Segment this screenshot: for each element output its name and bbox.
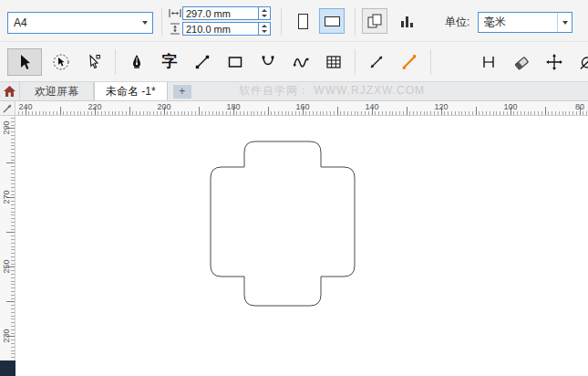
page-width-input[interactable]: 297.0 mm bbox=[182, 6, 259, 20]
units-value: 毫米 bbox=[484, 15, 506, 30]
ruler-label: 290 bbox=[2, 116, 11, 141]
page-width-spinner[interactable] bbox=[259, 6, 271, 20]
rectangle-tool[interactable] bbox=[222, 48, 249, 76]
separator bbox=[281, 8, 282, 36]
drawing-canvas[interactable] bbox=[15, 116, 588, 376]
three-point-ellipse-tool[interactable] bbox=[573, 48, 588, 76]
ruler-label: 220 bbox=[88, 102, 101, 111]
page-height-input[interactable]: 210.0 mm bbox=[182, 22, 259, 36]
portrait-orientation-button[interactable] bbox=[290, 8, 315, 34]
separator bbox=[430, 49, 431, 75]
pick-arrow-icon bbox=[15, 53, 34, 71]
transform-tool[interactable] bbox=[541, 48, 568, 76]
ruler-label: 270 bbox=[2, 183, 11, 211]
table-icon bbox=[325, 53, 343, 71]
separator bbox=[161, 8, 162, 36]
spinner-down-icon[interactable] bbox=[259, 14, 270, 20]
eraser-tool[interactable] bbox=[508, 48, 535, 76]
all-pages-button[interactable] bbox=[362, 8, 387, 34]
page-dimensions-group: 297.0 mm 210.0 mm bbox=[168, 6, 271, 37]
pick-tool[interactable] bbox=[7, 48, 42, 76]
tab-welcome-screen[interactable]: 欢迎屏幕 bbox=[20, 82, 94, 100]
dimension-tool[interactable] bbox=[363, 48, 390, 76]
bspline-tool[interactable] bbox=[287, 48, 315, 76]
move-crosshair-icon bbox=[545, 53, 563, 71]
portrait-icon bbox=[298, 14, 308, 29]
home-button[interactable] bbox=[0, 82, 20, 100]
spinner-down-icon[interactable] bbox=[259, 29, 270, 36]
ellipse-diagonal-icon bbox=[578, 53, 588, 71]
measure-tool[interactable] bbox=[475, 48, 502, 76]
page-height-value: 210.0 mm bbox=[186, 24, 231, 35]
separator bbox=[355, 49, 356, 75]
page-size-combo[interactable]: A4 bbox=[7, 12, 153, 34]
curve-icon bbox=[259, 53, 277, 71]
page-height-row: 210.0 mm bbox=[168, 22, 271, 36]
home-icon bbox=[3, 85, 16, 98]
connector-tool[interactable] bbox=[396, 48, 423, 76]
squiggle-icon bbox=[292, 53, 310, 71]
eraser-icon bbox=[512, 53, 531, 71]
freehand-pick-icon bbox=[52, 53, 70, 71]
pen-tool[interactable] bbox=[123, 48, 150, 76]
separator bbox=[115, 49, 116, 75]
cross-shape-object[interactable] bbox=[211, 141, 355, 306]
page-height-spinner[interactable] bbox=[259, 22, 271, 36]
document-tab-bar: 欢迎屏幕 未命名 -1* + 软件自学网： WWW.RJZXW.COM bbox=[0, 82, 588, 101]
chevron-down-icon[interactable] bbox=[138, 13, 152, 33]
coreldraw-window: A4 297.0 mm bbox=[0, 0, 588, 376]
measure-icon bbox=[480, 53, 498, 71]
pen-nib-icon bbox=[128, 53, 146, 71]
connector-line-icon bbox=[400, 53, 418, 71]
ruler-label: 240 bbox=[18, 102, 32, 111]
text-tool[interactable]: 字 bbox=[156, 48, 183, 76]
watermark-text: 软件自学网： WWW.RJZXW.COM bbox=[239, 82, 425, 99]
page-height-icon bbox=[168, 23, 182, 35]
new-document-tab-button[interactable]: + bbox=[173, 85, 191, 99]
horizontal-ruler[interactable]: 240 220 200 180 160 140 120 100 80 bbox=[15, 101, 588, 116]
shape-tool-icon bbox=[85, 53, 103, 71]
page-size-value: A4 bbox=[14, 16, 27, 29]
page-width-icon bbox=[168, 8, 182, 18]
bottom-left-panel-fragment bbox=[0, 360, 15, 376]
freehand-pick-tool[interactable] bbox=[47, 48, 75, 76]
landscape-orientation-button[interactable] bbox=[319, 8, 345, 34]
ruler-label: 160 bbox=[295, 102, 309, 111]
vertical-ruler[interactable]: 290 270 250 230 bbox=[0, 116, 15, 376]
line-icon bbox=[193, 53, 211, 71]
current-page-button[interactable] bbox=[394, 8, 419, 34]
toolbox: 字 bbox=[0, 42, 588, 82]
separator bbox=[355, 8, 356, 36]
units-label: 单位: bbox=[445, 15, 469, 30]
page-width-value: 297.0 mm bbox=[186, 8, 231, 19]
page-width-row: 297.0 mm bbox=[168, 6, 271, 20]
all-pages-icon bbox=[366, 12, 384, 30]
tab-document[interactable]: 未命名 -1* bbox=[94, 82, 168, 100]
three-point-curve-tool[interactable] bbox=[254, 48, 282, 76]
shape-tool[interactable] bbox=[80, 48, 108, 76]
units-combo[interactable]: 毫米 bbox=[478, 12, 573, 33]
dimension-icon bbox=[367, 53, 386, 71]
table-tool[interactable] bbox=[320, 48, 347, 76]
tab-label: 未命名 -1* bbox=[106, 84, 156, 99]
landscape-icon bbox=[325, 16, 340, 26]
tab-label: 欢迎屏幕 bbox=[35, 84, 78, 99]
text-tool-icon: 字 bbox=[162, 54, 178, 69]
ruler-label: 250 bbox=[2, 253, 11, 280]
property-bar: A4 297.0 mm bbox=[0, 0, 588, 42]
ruler-origin-icon bbox=[3, 104, 12, 113]
ruler-label: 180 bbox=[226, 102, 240, 111]
two-point-line-tool[interactable] bbox=[189, 48, 216, 76]
ruler-label: 100 bbox=[503, 102, 517, 111]
ruler-label: 230 bbox=[2, 322, 11, 350]
chevron-down-icon[interactable] bbox=[557, 13, 572, 32]
ruler-label: 120 bbox=[434, 102, 448, 111]
ruler-label: 80 bbox=[575, 102, 584, 111]
ruler-label: 200 bbox=[157, 102, 170, 111]
rectangle-icon bbox=[226, 53, 244, 71]
ruler-label: 140 bbox=[365, 102, 378, 111]
current-page-icon bbox=[397, 12, 416, 30]
ruler-origin-button[interactable] bbox=[0, 101, 15, 116]
